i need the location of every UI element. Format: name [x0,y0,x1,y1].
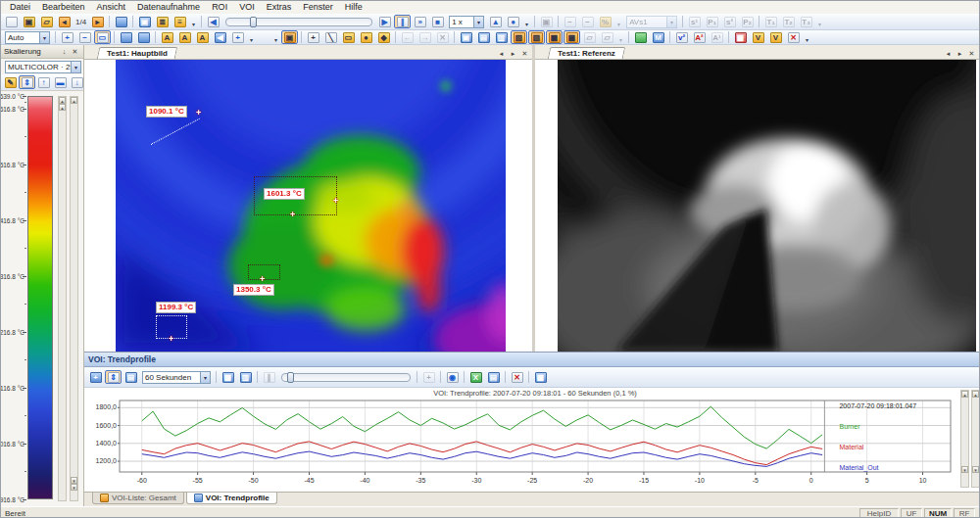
more-roi-tools-button[interactable]: ▾ [271,30,280,44]
range-max-button[interactable]: ↑ [35,75,52,89]
range-mid-button[interactable]: ▬ [52,75,69,89]
fit-window-button[interactable]: ▭ [94,30,111,44]
next-window-icon[interactable]: ▸ [955,48,965,59]
snapshot-button[interactable]: ▣ [538,15,555,28]
image-adjust-button[interactable] [135,30,152,44]
step-up-button[interactable]: ▲ [487,15,504,28]
prev-image-button[interactable]: ◂ [56,15,73,28]
pan-chart-button[interactable]: + [87,370,104,384]
export-diagram-button[interactable]: ▤ [485,370,502,384]
show-values-button[interactable]: ◉ [444,370,461,384]
roi-shrink-button[interactable]: ▩ [546,30,563,44]
tab-voi-liste[interactable]: VOI-Liste: Gesamt [92,493,184,504]
close-window-icon[interactable]: ✕ [519,48,530,59]
cursor-mode-button[interactable]: + [420,370,437,384]
more-analysis-tools-button[interactable]: ▾ [803,30,811,44]
next-window-icon[interactable]: ▸ [508,48,518,59]
new-document-button[interactable] [3,15,20,28]
history-slider[interactable] [281,373,411,382]
thermal-image[interactable]: + 1090.1 °C + + 1601.3 °C [116,60,506,352]
add-profile-button[interactable]: ▥ [237,370,254,384]
flip-horizontal-button[interactable]: A [194,30,211,44]
chart-scrollbar-2[interactable]: ▴ ▾ [971,390,980,488]
roi-redo-button[interactable]: → [416,30,433,44]
pin-icon[interactable]: ↓ [59,46,70,57]
rotate-right-button[interactable]: A [176,30,193,44]
fast-forward-button[interactable]: » [412,15,428,28]
avs-combo[interactable]: AVs1▾ [626,16,677,28]
chart-scrollbar[interactable]: ▴ ▾ [960,390,969,488]
trigger-t1-button[interactable]: T₁ [762,15,779,28]
open-folder-button[interactable]: ▱ [38,15,55,28]
trend-chart[interactable]: 1200,01400,01600,01800,0-60-55-50-45-40-… [86,388,958,491]
voi-table-2-button[interactable]: V [767,30,784,44]
trigger-s1-button[interactable]: s¹ [686,15,703,28]
scroll-up3-icon[interactable]: ▴ [71,97,77,104]
save-button[interactable] [113,15,129,28]
trigger-s2-button[interactable]: s² [721,15,738,28]
range-min-button[interactable]: ↓ [69,75,85,89]
tab-voi-trendprofile[interactable]: VOI: Trendprofile [186,493,277,504]
export-data-button[interactable]: ≡ [172,15,188,28]
menu-ansicht[interactable]: Ansicht [92,1,131,14]
line-tool-button[interactable]: ╲ [322,30,339,44]
history-slider-thumb[interactable] [287,372,294,383]
result-table-button[interactable] [632,30,649,44]
trigger-t3-button[interactable]: T₃ [798,15,814,28]
voi-alarm-button[interactable]: A² [691,30,708,44]
copy-image-button[interactable]: ▣ [136,15,153,28]
add-diagram-button[interactable]: ▦ [220,370,236,384]
speed-combo[interactable]: 1 x▾ [449,16,484,28]
menu-datenaufnahme[interactable]: Datenaufnahme [132,1,205,14]
more-play-tools-button[interactable]: ▾ [522,15,531,28]
compare-images-button[interactable]: ▦ [732,30,749,44]
voi-reference-button[interactable]: A¹ [709,30,725,44]
fit-vertical-button[interactable]: ⇕ [105,370,122,384]
temperature-gradient-bar[interactable] [27,96,53,499]
roi-grow-button[interactable]: ▨ [528,30,545,44]
delete-trend-button[interactable]: ✕ [509,370,525,384]
export-report-button[interactable]: ≣ [154,15,171,28]
record-pause-button[interactable]: ∥ [261,370,277,384]
auto-combo[interactable]: Auto▾ [5,31,50,44]
pan-tool-button[interactable]: + [229,30,246,44]
menu-bearbeiten[interactable]: Bearbeiten [37,1,90,14]
stop-button[interactable]: ■ [429,15,446,28]
palette-combo[interactable]: MULTICOLOR · 256 ▾ [5,61,81,73]
menu-datei[interactable]: Datei [5,1,35,14]
roi-import-button[interactable]: ▥ [493,30,510,44]
roi-copy-button[interactable]: ▣ [458,30,474,44]
interval-combo[interactable]: 60 Sekunden▾ [142,371,211,384]
rotate-left-button[interactable]: A [159,30,175,44]
menu-voi[interactable]: VOI [234,1,260,14]
trigger-p1-button[interactable]: P₁ [704,15,720,28]
point-tool-button[interactable]: + [305,30,321,44]
trigger-t2-button[interactable]: T₂ [780,15,797,28]
next-image-button[interactable]: ▸ [89,15,106,28]
image-original-button[interactable] [118,30,134,44]
close-icon[interactable]: ✕ [70,46,80,57]
prev-sequence-button[interactable]: − [562,15,578,28]
scroll-down-icon[interactable]: ▾ [961,466,968,473]
chart-settings-button[interactable]: ▤ [122,370,139,384]
open-image-button[interactable]: ▣ [21,15,37,28]
export-excel-button[interactable]: X [467,370,484,384]
more-sequence-tools-button[interactable]: ▾ [614,15,623,28]
auto-range-button[interactable]: ⇕ [19,75,35,89]
ellipse-tool-button[interactable]: ● [358,30,374,44]
print-trend-button[interactable]: ▦ [532,370,549,384]
prev-window-icon[interactable]: ◂ [496,48,507,59]
roi-export-button[interactable]: ▤ [475,30,492,44]
menu-extras[interactable]: Extras [262,1,297,14]
roi-anchor-button[interactable]: ▣ [281,30,298,44]
scroll-up-icon[interactable]: ▴ [972,391,979,398]
scroll-up-icon[interactable]: ▴ [59,97,66,104]
scroll-down2-icon[interactable]: ▾ [71,484,77,491]
scale-scrollbar-upper[interactable]: ▴ ▴ [58,96,67,501]
scroll-up2-icon[interactable]: ▴ [59,104,66,111]
rectangle-tool-button[interactable]: ▭ [340,30,357,44]
menu-roi[interactable]: ROI [207,1,232,14]
voi-table-1-button[interactable]: V [750,30,766,44]
close-window-icon[interactable]: ✕ [966,48,977,59]
scroll-down-icon[interactable]: ▾ [972,466,979,473]
